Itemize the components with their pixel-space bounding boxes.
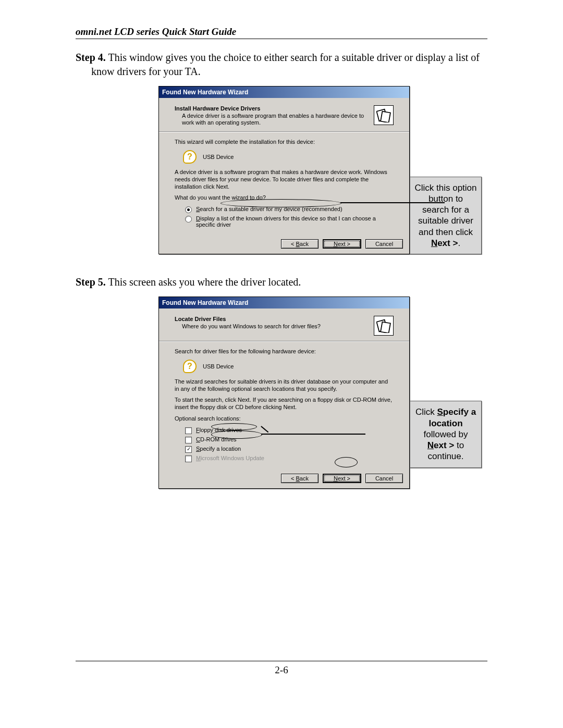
- checkbox-label: loppy disk drives: [200, 427, 242, 433]
- question-icon: ?: [183, 150, 197, 164]
- mnemonic: C: [196, 436, 200, 442]
- step5-label: Step 5.: [76, 276, 106, 288]
- dialog-title: Found New Hardware Wizard: [159, 297, 409, 309]
- checkbox-floppy[interactable]: Floppy disk drives: [185, 427, 394, 434]
- dialog-title: Found New Hardware Wizard: [159, 87, 409, 98]
- step4-text: Step 4. This window gives you the choice…: [76, 51, 487, 79]
- radio-display-list[interactable]: Display a list of the known drivers for …: [185, 215, 394, 228]
- radio-label: earch for a suitable driver for my devic…: [200, 206, 342, 212]
- cancel-button[interactable]: Cancel: [365, 239, 403, 249]
- next-button[interactable]: Next >: [323, 474, 361, 483]
- dialog-subheading: A device driver is a software program th…: [175, 113, 371, 126]
- cancel-button[interactable]: Cancel: [365, 474, 403, 483]
- page-title: omni.net LCD series Quick Start Guide: [76, 26, 487, 39]
- dialog-text: To start the search, click Next. If you …: [175, 397, 394, 411]
- checkbox-icon: [185, 446, 192, 453]
- checkbox-windows-update: Microsoft Windows Update: [185, 455, 394, 462]
- next-button[interactable]: Next >: [323, 239, 361, 249]
- checkbox-label: D-ROM drives: [200, 436, 237, 442]
- dialog-heading: Install Hardware Device Drivers: [175, 105, 371, 112]
- checkbox-icon: [185, 437, 192, 443]
- radio-label: isplay a list of the known drivers for t…: [196, 215, 376, 228]
- checkbox-label: pecify a location: [200, 446, 241, 452]
- mnemonic: M: [196, 455, 201, 461]
- dialog-text: Optional search locations:: [175, 415, 394, 423]
- dialog-text: What do you want the wizard to do?: [175, 194, 394, 202]
- radio-icon: [185, 216, 192, 223]
- radio-search-driver[interactable]: Search for a suitable driver for my devi…: [185, 206, 394, 213]
- dialog-install-drivers: Found New Hardware Wizard Install Hardwa…: [158, 86, 410, 254]
- svg-rect-1: [381, 112, 390, 122]
- step5-text: Step 5. This screen asks you where the d…: [76, 275, 487, 289]
- dialog-text: Search for driver files for the followin…: [175, 348, 394, 355]
- step5-body: This screen asks you where the driver lo…: [108, 276, 301, 288]
- question-icon: ?: [183, 360, 197, 373]
- callout-step5: Click Specify a location followed by Nex…: [410, 401, 482, 467]
- dialog-text: This wizard will complete the installati…: [175, 139, 394, 146]
- figure-step5: Found New Hardware Wizard Locate Driver …: [76, 297, 487, 489]
- checkbox-specify-location[interactable]: Specify a location: [185, 446, 394, 453]
- dialog-locate-driver-files: Found New Hardware Wizard Locate Driver …: [158, 297, 410, 489]
- callout-step4: Click this option button to search for a…: [410, 177, 482, 255]
- device-icon: [374, 105, 394, 125]
- checkbox-label: icrosoft Windows Update: [201, 455, 264, 461]
- svg-rect-3: [381, 322, 390, 333]
- step4-label: Step 4.: [76, 52, 106, 63]
- mnemonic: F: [196, 427, 200, 433]
- device-icon: [374, 316, 394, 336]
- dialog-text: A device driver is a software program th…: [175, 169, 394, 190]
- figure-step4: Found New Hardware Wizard Install Hardwa…: [76, 86, 487, 254]
- page-number: 2-6: [76, 661, 487, 676]
- device-name: USB Device: [203, 154, 234, 160]
- radio-icon: [185, 206, 192, 213]
- dialog-subheading: Where do you want Windows to search for …: [175, 323, 371, 330]
- mnemonic: D: [196, 215, 200, 221]
- back-button[interactable]: < Back: [281, 474, 319, 483]
- device-name: USB Device: [203, 363, 234, 369]
- dialog-text: The wizard searches for suitable drivers…: [175, 378, 394, 393]
- dialog-heading: Locate Driver Files: [175, 316, 371, 322]
- checkbox-icon: [185, 455, 192, 462]
- back-button[interactable]: < Back: [281, 239, 319, 249]
- checkbox-cdrom[interactable]: CD-ROM drives: [185, 436, 394, 443]
- step4-body: This window gives you the choice to eith…: [91, 52, 480, 77]
- checkbox-icon: [185, 427, 192, 434]
